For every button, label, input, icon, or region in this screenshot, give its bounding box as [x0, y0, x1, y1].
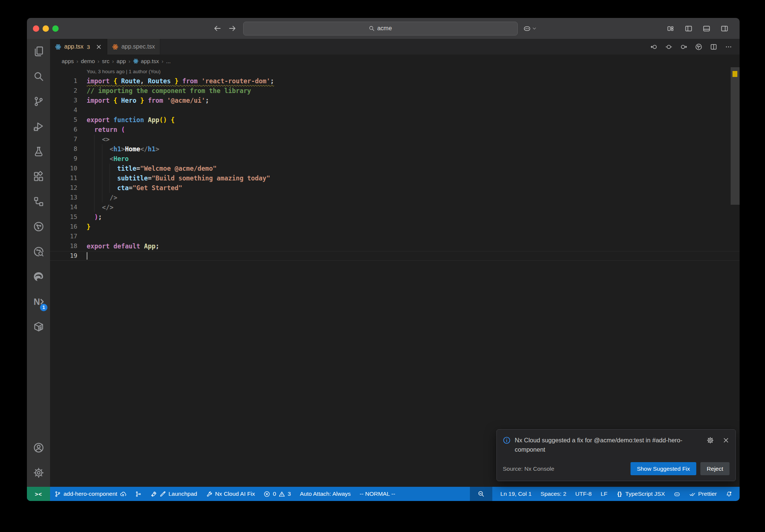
run-and-debug[interactable]	[27, 114, 50, 139]
breadcrumb-item[interactable]: app	[117, 58, 126, 64]
code-line[interactable]: 6return (	[50, 125, 740, 134]
show-suggested-fix-button[interactable]: Show Suggested Fix	[631, 462, 696, 475]
settings[interactable]	[27, 460, 50, 485]
code-line[interactable]: 11subtitle="Build something amazing toda…	[50, 173, 740, 183]
line-number: 16	[50, 222, 77, 232]
indent-guide	[94, 202, 95, 212]
close-window-button[interactable]	[33, 25, 39, 32]
code-line[interactable]: 19	[50, 251, 740, 261]
nx-project-graph[interactable]	[27, 214, 50, 239]
more-actions[interactable]	[725, 43, 732, 50]
scrollbar-thumb[interactable]	[731, 67, 740, 205]
history-forward[interactable]	[228, 24, 236, 33]
open-project-graph[interactable]	[695, 43, 702, 50]
gear-icon[interactable]	[707, 437, 714, 444]
code-line[interactable]: 10title="Welcmoe @acme/demo"	[50, 164, 740, 173]
next-change[interactable]	[680, 43, 687, 50]
extensions[interactable]	[27, 164, 50, 189]
code-tokens: />	[109, 194, 117, 201]
breadcrumb-file[interactable]: app.tsx	[133, 58, 159, 64]
auto-attach[interactable]: Auto Attach: Always	[295, 487, 355, 501]
code-line[interactable]: 2// importing the component from the lib…	[50, 86, 740, 96]
testing[interactable]	[27, 139, 50, 164]
breadcrumb-item[interactable]: src	[102, 58, 109, 64]
reject-button[interactable]: Reject	[700, 462, 730, 475]
remote-icon[interactable]: ><	[27, 487, 50, 501]
code-line[interactable]: 12cta="Get Started"	[50, 183, 740, 193]
containers[interactable]	[27, 314, 50, 339]
code-line[interactable]: 9<Hero	[50, 154, 740, 164]
line-number: 10	[50, 164, 77, 173]
eol[interactable]: LF	[596, 487, 612, 501]
copilot-status[interactable]	[669, 487, 685, 501]
notifications-bell[interactable]	[721, 487, 737, 501]
customize-layout[interactable]	[667, 25, 675, 33]
code-line[interactable]: 15);	[50, 212, 740, 222]
code-editor[interactable]: You, 3 hours ago | 1 author (You) 1impor…	[50, 67, 740, 487]
prettier[interactable]: Prettier	[685, 487, 721, 501]
vim-mode[interactable]: -- NORMAL --	[355, 487, 400, 501]
minimize-window-button[interactable]	[43, 25, 49, 32]
code-line[interactable]: 3import { Hero } from '@acme/ui';	[50, 96, 740, 105]
history-back[interactable]	[213, 24, 222, 33]
problems[interactable]: 03	[259, 487, 295, 501]
code-line[interactable]: 1import { Route, Routes } from 'react-ro…	[50, 76, 740, 86]
line-number: 19	[50, 251, 77, 261]
tab-close-icon[interactable]	[96, 44, 102, 50]
git-graph[interactable]	[131, 487, 146, 501]
toggle-primary-sidebar[interactable]	[685, 25, 693, 33]
toggle-secondary-sidebar[interactable]	[721, 25, 728, 33]
git-branch[interactable]: add-hero-component	[50, 487, 131, 501]
wrench-icon	[206, 491, 213, 497]
search[interactable]	[27, 64, 50, 89]
toggle-panel[interactable]	[703, 25, 710, 33]
indentation[interactable]: Spaces: 2	[536, 487, 571, 501]
source-control[interactable]	[27, 89, 50, 114]
cursor-position[interactable]: Ln 19, Col 1	[496, 487, 536, 501]
status-label: 3	[288, 491, 291, 497]
text-cursor	[87, 252, 87, 260]
breadcrumb-item[interactable]: apps	[62, 58, 74, 64]
nx-graph-search[interactable]	[27, 239, 50, 264]
launchpad[interactable]: Launchpad	[146, 487, 202, 501]
code-line[interactable]: 14</>	[50, 202, 740, 212]
zoom-window-button[interactable]	[52, 25, 59, 32]
tab-app-tsx[interactable]: app.tsx3	[50, 39, 107, 55]
encoding[interactable]: UTF-8	[571, 487, 596, 501]
activity-badge: 1	[40, 304, 47, 311]
code-line[interactable]: 17	[50, 232, 740, 241]
notification-message: Nx Cloud suggested a fix for @acme/demo:…	[515, 436, 703, 454]
pencil-icon	[159, 491, 166, 497]
accounts[interactable]	[27, 435, 50, 460]
nx-console[interactable]: N1	[27, 289, 50, 314]
code-line[interactable]: 8<h1>Home</h1>	[50, 144, 740, 154]
zoom-out-button[interactable]	[470, 487, 492, 501]
status-label: UTF-8	[575, 491, 592, 497]
code-line[interactable]: 16}	[50, 222, 740, 232]
code-line[interactable]: 18export default App;	[50, 241, 740, 251]
status-label: 0	[273, 491, 276, 497]
previous-change[interactable]	[650, 43, 657, 50]
copilot-menu[interactable]	[523, 25, 537, 32]
editor-scrollbar[interactable]	[731, 67, 740, 487]
code-line[interactable]: 4	[50, 105, 740, 115]
indent-guide	[94, 144, 95, 154]
edge-devtools[interactable]	[27, 264, 50, 289]
language-mode[interactable]: {}TypeScript JSX	[612, 487, 669, 501]
split-editor[interactable]	[710, 43, 717, 50]
indent-guide	[109, 164, 110, 173]
code-line[interactable]: 5export function App() {	[50, 115, 740, 125]
line-number: 6	[50, 125, 77, 134]
close-icon[interactable]	[722, 437, 730, 444]
panel-left-icon	[685, 25, 693, 33]
explorer[interactable]	[27, 39, 50, 64]
nx-cloud-ai-fix[interactable]: Nx Cloud AI Fix	[202, 487, 260, 501]
type-hierarchy[interactable]	[27, 189, 50, 214]
code-line[interactable]: 7<>	[50, 134, 740, 144]
tab-app-spec-tsx[interactable]: app.spec.tsx	[107, 39, 160, 55]
command-center-search[interactable]: acme	[243, 22, 518, 35]
code-line[interactable]: 13/>	[50, 193, 740, 202]
line-number: 11	[50, 173, 77, 183]
breadcrumb-item[interactable]: demo	[81, 58, 95, 64]
open-change[interactable]	[665, 43, 672, 50]
